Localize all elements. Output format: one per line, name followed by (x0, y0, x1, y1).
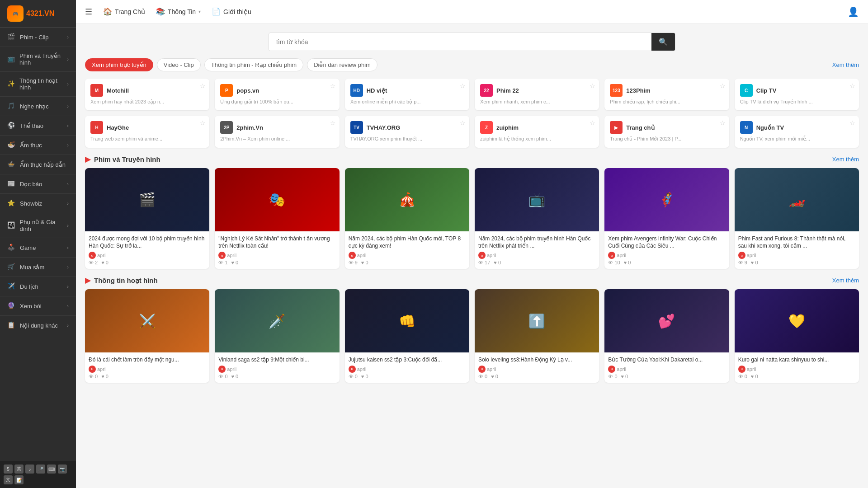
movie-meta-movie-grid-anime-2: u april (218, 366, 335, 373)
site-logo-motchill: M (90, 84, 103, 97)
movie-thumb-emoji-6: 🏎️ (735, 168, 859, 231)
sidebar-chevron-du-lich: › (67, 284, 69, 289)
movie-card-movie-grid-anime-5[interactable]: 💕 Bức Tường Của Yaoi:Khi Dakaretai o... … (604, 289, 729, 383)
taskbar-icon-3[interactable]: ♪ (25, 465, 34, 474)
site-bookmark-123phim[interactable]: ☆ (720, 82, 726, 89)
sidebar-item-phu-nu-gia-dinh[interactable]: 👨‍👩‍👧 Phụ nữ & Gia đình › (0, 213, 76, 238)
topnav-item-gioi-thieu[interactable]: 📄 Giới thiệu (212, 5, 251, 18)
sidebar-item-left-mua-sam: 🛒 Mua sắm (7, 263, 44, 271)
filter-tabs-list: Xem phim trực tuyếnVideo - ClipThông tin… (85, 58, 377, 71)
movie-card-movie-grid-anime-4[interactable]: ⬆️ Solo leveling ss3:Hành Động Kỳ Lạ v..… (475, 289, 599, 383)
site-card-trangchu[interactable]: ▶ Trang chủ Trang chủ - Phim Mới 2023 | … (604, 116, 729, 147)
sidebar-item-thong-tin-hoat-hinh[interactable]: ✨ Thông tin hoạt hình › (0, 72, 76, 97)
section-more-phim[interactable]: Xem thêm (832, 156, 859, 163)
filter-tab-xem-phim[interactable]: Xem phim trực tuyến (85, 58, 153, 71)
site-desc-tvhay: TVHAY.ORG xem phim thuyết ... (350, 136, 464, 142)
site-card-nguontv[interactable]: N Nguồn TV Nguồn TV, xem phim mới miễ...… (735, 116, 859, 147)
site-logo-2phim: 2P (220, 121, 233, 134)
sidebar-item-nghe-nhac[interactable]: 🎵 Nghe nhạc › (0, 97, 76, 116)
site-bookmark-hayghe[interactable]: ☆ (200, 119, 206, 127)
sidebar-item-game[interactable]: 🕹️ Game › (0, 238, 76, 258)
site-bookmark-pops[interactable]: ☆ (330, 82, 336, 89)
movie-card-movie-grid-phim-6[interactable]: 🏎️ Phim Fast and Furious 8: Thành thật m… (735, 168, 859, 269)
site-card-cliptv[interactable]: C Clip TV Clip TV là dịch vụ Truyền hình… (735, 79, 859, 110)
sidebar-item-am-thuc[interactable]: 🍜 Ẩm thực › (0, 136, 76, 155)
site-card-zuiphim[interactable]: Z zuiphim zuiphim là hệ thống xem phim..… (475, 116, 599, 147)
site-bookmark-nguontv[interactable]: ☆ (849, 119, 855, 127)
section-header-phim: ▶ Phim và Truyên hình Xem thêm (85, 155, 859, 164)
site-bookmark-hdviet[interactable]: ☆ (460, 82, 466, 89)
sidebar-item-xem-boi[interactable]: 🔮 Xem bói › (0, 296, 76, 316)
site-desc-trangchu: Trang chủ - Phim Mới 2023 | P... (610, 136, 723, 142)
taskbar-icon-7[interactable]: 文 (4, 475, 13, 484)
movie-card-movie-grid-phim-2[interactable]: 🎭 "Nghịch Lý Kẻ Sát Nhân" trở thành t ần… (215, 168, 339, 269)
site-card-phim22[interactable]: 22 Phim 22 Xem phim nhanh, xem phim c...… (475, 79, 599, 110)
section-more-anime[interactable]: Xem thêm (832, 277, 859, 284)
taskbar-icon-1[interactable]: 5 (4, 465, 13, 474)
site-desc-hayghe: Trang web xem phim và anime... (90, 136, 204, 142)
site-bookmark-cliptv[interactable]: ☆ (849, 82, 855, 89)
movie-grid-anime: ⚔️ Đó là cái chết làm tròn đầy một ngu..… (85, 289, 859, 383)
site-bookmark-trangchu[interactable]: ☆ (720, 119, 726, 127)
site-desc-pops: Ứng dụng giải trí 100% bản qu... (220, 99, 334, 105)
movie-card-movie-grid-anime-2[interactable]: 🗡️ Vinland saga ss2 tập 9:Một chiến bi..… (215, 289, 339, 383)
site-bookmark-motchill[interactable]: ☆ (200, 82, 206, 89)
sidebar-item-am-thuc-hap-dan[interactable]: 🍲 Ẩm thực hấp dẫn (0, 155, 76, 174)
sidebar-item-phim-clip[interactable]: 🎬 Phim - Clip › (0, 28, 76, 47)
sidebar-item-doc-bao[interactable]: 📰 Đọc báo › (0, 174, 76, 194)
taskbar-icon-2[interactable]: 英 (14, 465, 24, 474)
movie-card-movie-grid-anime-6[interactable]: 💛 Kuro gal ni natta kara shinyuu to shi.… (735, 289, 859, 383)
site-logo-hdviet: HD (350, 84, 363, 97)
movie-thumb-emoji-5: 💕 (604, 289, 729, 352)
filter-tab-thong-tin-phim[interactable]: Thông tin phim - Rạp chiếu phim (204, 58, 303, 71)
movie-thumb-emoji-2: 🗡️ (215, 289, 339, 352)
sidebar-logo[interactable]: 🎮 4321.VN (0, 0, 76, 28)
section-title-anime: ▶ Thông tin hoạt hình (85, 276, 158, 285)
movie-meta-movie-grid-phim-4: u april (478, 252, 595, 259)
sidebar-item-phim-truyen-hinh[interactable]: 📺 Phim và Truyền hình › (0, 47, 76, 72)
site-card-motchill[interactable]: M Motchill Xem phim hay nhất 2023 cập n.… (85, 79, 209, 110)
movie-card-movie-grid-anime-1[interactable]: ⚔️ Đó là cái chết làm tròn đầy một ngu..… (85, 289, 209, 383)
sidebar-item-showbiz[interactable]: ⭐ Showbiz › (0, 194, 76, 213)
sidebar-label-phim-truyen-hinh: Phim và Truyền hình (19, 52, 67, 66)
site-card-hayghe[interactable]: H HayGhe Trang web xem phim và anime... … (85, 116, 209, 147)
site-card-header-cliptv: C Clip TV (740, 84, 854, 97)
hamburger-button[interactable]: ☰ (85, 7, 92, 17)
search-input[interactable] (269, 34, 651, 50)
taskbar-icon-5[interactable]: ⌨ (47, 465, 56, 474)
sidebar-item-du-lich[interactable]: ✈️ Du lịch › (0, 277, 76, 296)
site-bookmark-tvhay[interactable]: ☆ (460, 119, 466, 127)
movie-card-movie-grid-anime-3[interactable]: 👊 Jujutsu kaisen ss2 tập 3:Cuộc đối đầ..… (345, 289, 469, 383)
sidebar-item-the-thao[interactable]: ⚽ Thể thao › (0, 116, 76, 136)
topnav-item-trang-chu[interactable]: 🏠 Trang Chủ (103, 5, 145, 18)
taskbar-icon-4[interactable]: 🎤 (36, 465, 45, 474)
movie-card-movie-grid-phim-3[interactable]: 🎪 Năm 2024, các bộ phim Hàn Quốc mới, TO… (345, 168, 469, 269)
site-bookmark-phim22[interactable]: ☆ (590, 82, 595, 89)
filter-tab-video-clip[interactable]: Video - Clip (157, 58, 201, 71)
filter-tab-dien-dan[interactable]: Diễn đàn review phim (307, 58, 377, 71)
movie-card-movie-grid-phim-4[interactable]: 📺 Năm 2024, các bộ phim truyền hình Hàn … (475, 168, 599, 269)
movie-card-movie-grid-phim-5[interactable]: 🦸 Xem phim Avengers Infinity War: Cuộc C… (604, 168, 729, 269)
site-bookmark-zuiphim[interactable]: ☆ (590, 119, 595, 127)
taskbar-icon-6[interactable]: 📷 (58, 465, 67, 474)
filter-more-link[interactable]: Xem thêm (832, 61, 859, 68)
site-card-hdviet[interactable]: HD HD việt Xem online miễn phí các bộ p.… (345, 79, 469, 110)
site-card-123phim[interactable]: 123 123Phim Phim chiếu rạp, lịch chiếu p… (604, 79, 729, 110)
search-button[interactable]: 🔍 (651, 33, 675, 51)
sidebar-item-mua-sam[interactable]: 🛒 Mua sắm › (0, 258, 76, 277)
movie-stats-movie-grid-anime-5: 👁 0 ♥ 0 (608, 374, 725, 379)
sidebar-chevron-thong-tin-hoat-hinh: › (67, 81, 69, 87)
taskbar-icon-8[interactable]: 📝 (14, 475, 24, 484)
movie-author-movie-grid-phim-4: u april (478, 252, 496, 259)
site-card-tvhay[interactable]: TV TVHAY.ORG TVHAY.ORG xem phim thuyết .… (345, 116, 469, 147)
sidebar-item-noi-dung-khac[interactable]: 📋 Nội dung khác › (0, 316, 76, 335)
site-card-2phim[interactable]: 2P 2phim.Vn 2Phim.Vn – Xem phim online .… (215, 116, 339, 147)
site-card-pops[interactable]: P pops.vn Ứng dụng giải trí 100% bản qu.… (215, 79, 339, 110)
movie-author-name-movie-grid-anime-2: april (227, 366, 236, 372)
movie-title-movie-grid-phim-1: 2024 được mong đợi với 10 bộ phim truyền… (89, 235, 206, 250)
topnav-item-thong-tin[interactable]: 📚 Thông Tin ▾ (156, 5, 201, 18)
movie-stats-movie-grid-phim-5: 👁 10 ♥ 0 (608, 260, 725, 265)
movie-card-movie-grid-phim-1[interactable]: 🎬 2024 được mong đợi với 10 bộ phim truy… (85, 168, 209, 269)
site-bookmark-2phim[interactable]: ☆ (330, 119, 336, 127)
user-icon[interactable]: 👤 (848, 6, 859, 17)
